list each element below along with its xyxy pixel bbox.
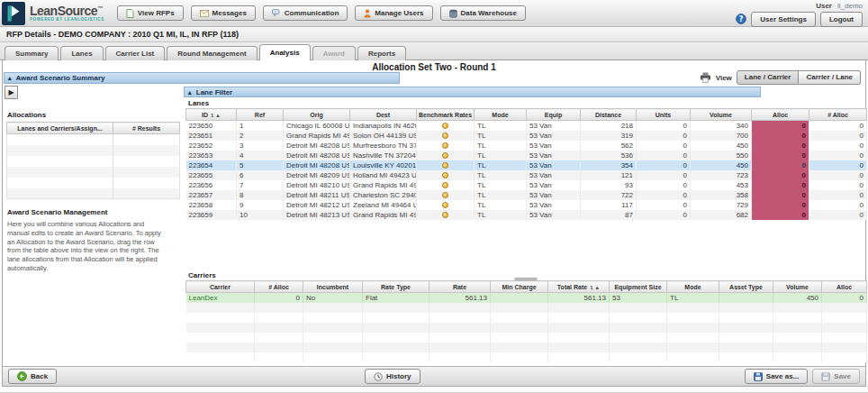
- col-header-results[interactable]: # Results: [113, 123, 180, 134]
- empty-row: [7, 134, 180, 145]
- col-header-mode[interactable]: Mode: [667, 281, 719, 293]
- data-warehouse-button[interactable]: Data Warehouse: [440, 5, 526, 21]
- empty-row: [7, 145, 180, 156]
- lane-row[interactable]: 2236556Detroit MI 48209 USHolland MI 494…: [186, 170, 867, 180]
- help-info-icon[interactable]: ?: [736, 14, 746, 24]
- empty-row: [186, 352, 867, 362]
- col-header-incumbent[interactable]: Incumbent: [303, 281, 363, 293]
- benchmark-rate-icon[interactable]: [442, 202, 448, 208]
- user-info: Userll_demo: [816, 2, 863, 10]
- carrier-row[interactable]: LeanDex0NoFlat561.13561.1353TL4500: [186, 293, 867, 303]
- lane-row[interactable]: 2236501Chicago IL 60008 USIndianapolis I…: [186, 121, 867, 131]
- view-label: View: [716, 74, 732, 82]
- lane-row[interactable]: 2236512Grand Rapids MI 4950-Solon OH 441…: [186, 131, 867, 141]
- play-icon: ▶: [8, 88, 14, 96]
- allocations-title: Allocations: [7, 111, 182, 119]
- empty-row: [186, 313, 867, 323]
- communication-button[interactable]: Communication: [263, 5, 348, 21]
- lane-row[interactable]: 2236589Detroit MI 48212 USZeeland MI 494…: [186, 200, 867, 210]
- tab-carrier-list[interactable]: Carrier List: [105, 46, 166, 60]
- lane-row[interactable]: 2236534Detroit MI 48208 USNashville TN 3…: [186, 151, 867, 160]
- col-header-units[interactable]: Units: [637, 109, 691, 121]
- benchmark-rate-icon[interactable]: [442, 152, 448, 159]
- award-scenario-summary-header[interactable]: ▴ Award Scenario Summary: [4, 72, 400, 84]
- benchmark-rate-icon[interactable]: [442, 162, 448, 169]
- leansource-logo-icon: [2, 2, 25, 25]
- col-header-orig[interactable]: Orig: [284, 109, 350, 121]
- sort-indicator: 1 ▲: [211, 113, 221, 118]
- benchmark-rate-icon[interactable]: [442, 123, 448, 129]
- tab-analysis[interactable]: Analysis: [259, 44, 311, 60]
- tab-lanes[interactable]: Lanes: [60, 46, 103, 60]
- col-header-rate_type[interactable]: Rate Type: [363, 281, 429, 293]
- lane-row[interactable]: 22365910Detroit MI 48213 USGrand Rapids …: [186, 210, 867, 220]
- col-header-volume[interactable]: Volume: [773, 281, 822, 293]
- lane-filter-header[interactable]: ▴ Lane Filter: [184, 87, 761, 97]
- lane-row[interactable]: 2236523Detroit MI 48208 USMurfreesboro T…: [186, 141, 867, 151]
- expand-panel-button[interactable]: ▶: [5, 86, 18, 99]
- col-header-min_charge[interactable]: Min Charge: [491, 281, 548, 293]
- database-icon: [449, 9, 457, 18]
- empty-row: [186, 343, 867, 352]
- carrier-lane-toggle[interactable]: Carrier / Lane: [799, 70, 861, 85]
- view-rfps-button[interactable]: View RFPs: [117, 5, 184, 21]
- empty-row: [186, 323, 867, 333]
- splitter-handle[interactable]: [185, 268, 866, 271]
- benchmark-rate-icon[interactable]: [442, 142, 448, 149]
- award-scenario-management-title: Award Scenario Management: [7, 208, 182, 216]
- brand-name: LeanSource™: [30, 5, 104, 17]
- lane-row[interactable]: 2236578Detroit MI 48211 USCharleston SC …: [186, 190, 867, 200]
- col-header-volume[interactable]: Volume: [691, 109, 752, 121]
- col-header-total_rate[interactable]: Total Rate1 ▲: [548, 281, 610, 293]
- save-disk-icon: [754, 372, 763, 381]
- col-header-name[interactable]: Lanes and Carriers/Assign...: [7, 123, 113, 134]
- tab-round-management[interactable]: Round Management: [167, 46, 257, 60]
- benchmark-rate-icon[interactable]: [442, 133, 448, 139]
- allocations-panel: Allocations Lanes and Carriers/Assign...…: [4, 104, 182, 273]
- user-icon: [364, 9, 371, 18]
- save-disk-icon: [821, 372, 830, 381]
- user-settings-button[interactable]: User Settings: [751, 12, 816, 27]
- col-header-equip[interactable]: Equip: [527, 109, 581, 121]
- lane-carrier-toggle[interactable]: Lane / Carrier: [737, 70, 800, 85]
- benchmark-rate-icon[interactable]: [442, 172, 448, 178]
- carriers-title: Carriers: [188, 271, 216, 279]
- col-header-alloc[interactable]: Alloc: [822, 281, 867, 293]
- col-header-asset_type[interactable]: Asset Type: [719, 281, 773, 293]
- col-header-num_alloc[interactable]: # Alloc: [809, 109, 867, 121]
- tab-reports[interactable]: Reports: [357, 46, 406, 60]
- save-as-button[interactable]: Save as...: [745, 369, 808, 384]
- carriers-table: Carrier# AllocIncumbentRate TypeRateMin …: [185, 280, 867, 362]
- lane-row[interactable]: 2236567Detroit MI 48210 USGrand Rapids M…: [186, 180, 867, 190]
- benchmark-rate-icon[interactable]: [442, 212, 448, 218]
- benchmark-rate-icon[interactable]: [442, 182, 448, 188]
- col-header-bench[interactable]: Benchmark Rates: [417, 109, 475, 121]
- page-title: RFP Details - DEMO COMPANY : 2010 Q1 MI,…: [0, 27, 868, 41]
- footer-action-bar: Back History Save as...: [3, 366, 865, 386]
- col-header-num_alloc[interactable]: # Alloc: [255, 281, 303, 293]
- empty-row: [7, 188, 180, 199]
- col-header-distance[interactable]: Distance: [581, 109, 637, 121]
- tab-summary[interactable]: Summary: [5, 46, 59, 60]
- logout-button[interactable]: Logout: [820, 12, 863, 27]
- save-button: Save: [812, 369, 860, 384]
- col-header-id[interactable]: ID1 ▲: [186, 109, 237, 121]
- award-scenario-management-text: Here you will combine various Allocation…: [7, 220, 166, 273]
- print-icon[interactable]: [700, 72, 711, 83]
- col-header-equipment_size[interactable]: Equipment Size: [610, 281, 667, 293]
- lanes-title: Lanes: [188, 99, 209, 107]
- col-header-alloc[interactable]: Alloc: [752, 109, 809, 121]
- col-header-carrier[interactable]: Carrier: [186, 281, 255, 293]
- col-header-rate[interactable]: Rate: [429, 281, 491, 293]
- benchmark-rate-icon[interactable]: [442, 192, 448, 198]
- sort-indicator: 1 ▲: [590, 285, 600, 290]
- back-arrow-icon: [17, 371, 27, 381]
- lane-row[interactable]: 2236545Detroit MI 48208 USLouisville KY …: [186, 160, 867, 170]
- manage-users-button[interactable]: Manage Users: [355, 5, 432, 21]
- col-header-dest[interactable]: Dest: [350, 109, 417, 121]
- messages-button[interactable]: Messages: [191, 5, 256, 21]
- col-header-ref[interactable]: Ref: [237, 109, 284, 121]
- col-header-mode[interactable]: Mode: [475, 109, 527, 121]
- history-button[interactable]: History: [365, 369, 420, 384]
- back-button[interactable]: Back: [8, 369, 57, 384]
